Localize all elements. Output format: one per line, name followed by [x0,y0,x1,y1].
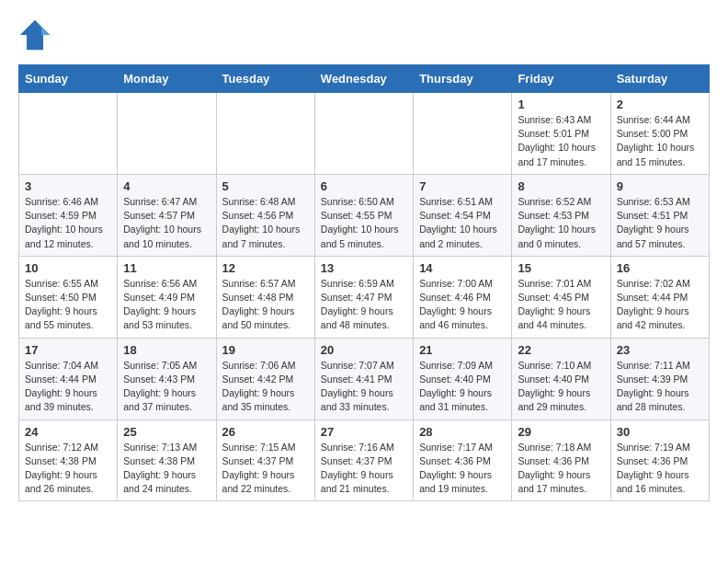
weekday-header-sunday: Sunday [19,65,118,93]
calendar-cell: 15Sunrise: 7:01 AM Sunset: 4:45 PM Dayli… [512,256,610,338]
calendar-cell: 30Sunrise: 7:19 AM Sunset: 4:36 PM Dayli… [610,419,709,501]
weekday-header-saturday: Saturday [610,65,709,93]
calendar-cell [19,93,118,175]
day-number: 25 [123,425,210,439]
calendar-week-5: 24Sunrise: 7:12 AM Sunset: 4:38 PM Dayli… [19,419,710,501]
day-info: Sunrise: 6:59 AM Sunset: 4:47 PM Dayligh… [321,278,394,331]
day-number: 30 [617,425,703,439]
day-info: Sunrise: 6:57 AM Sunset: 4:48 PM Dayligh… [222,278,296,331]
day-number: 1 [518,98,604,111]
day-number: 4 [123,179,210,193]
day-info: Sunrise: 6:53 AM Sunset: 4:51 PM Dayligh… [617,196,690,249]
calendar-cell: 12Sunrise: 6:57 AM Sunset: 4:48 PM Dayli… [216,256,314,338]
calendar-cell: 4Sunrise: 6:47 AM Sunset: 4:57 PM Daylig… [118,174,216,256]
day-number: 8 [518,179,604,193]
calendar-cell: 28Sunrise: 7:17 AM Sunset: 4:36 PM Dayli… [414,419,512,501]
calendar-cell: 14Sunrise: 7:00 AM Sunset: 4:46 PM Dayli… [414,256,512,338]
day-number: 23 [617,343,703,357]
day-info: Sunrise: 6:47 AM Sunset: 4:57 PM Dayligh… [123,196,201,249]
calendar-cell [216,93,314,175]
day-number: 28 [419,425,506,439]
weekday-header-row: SundayMondayTuesdayWednesdayThursdayFrid… [19,65,710,93]
calendar-cell: 7Sunrise: 6:51 AM Sunset: 4:54 PM Daylig… [414,174,512,256]
calendar-cell: 11Sunrise: 6:56 AM Sunset: 4:49 PM Dayli… [118,256,216,338]
calendar-week-1: 1Sunrise: 6:43 AM Sunset: 5:01 PM Daylig… [19,93,710,175]
day-info: Sunrise: 7:09 AM Sunset: 4:40 PM Dayligh… [419,360,493,413]
calendar-cell: 5Sunrise: 6:48 AM Sunset: 4:56 PM Daylig… [216,174,314,256]
weekday-header-monday: Monday [118,65,216,93]
weekday-header-friday: Friday [512,65,610,93]
day-number: 27 [321,425,407,439]
day-info: Sunrise: 7:16 AM Sunset: 4:37 PM Dayligh… [321,442,394,495]
calendar-cell: 22Sunrise: 7:10 AM Sunset: 4:40 PM Dayli… [512,338,610,419]
day-info: Sunrise: 6:43 AM Sunset: 5:01 PM Dayligh… [518,114,596,167]
day-info: Sunrise: 7:13 AM Sunset: 4:38 PM Dayligh… [123,442,197,495]
day-number: 19 [222,343,309,357]
day-number: 2 [617,98,703,111]
day-number: 17 [25,343,111,357]
day-info: Sunrise: 6:51 AM Sunset: 4:54 PM Dayligh… [419,196,497,249]
day-info: Sunrise: 7:07 AM Sunset: 4:41 PM Dayligh… [321,360,394,413]
calendar-cell: 29Sunrise: 7:18 AM Sunset: 4:36 PM Dayli… [512,419,610,501]
day-info: Sunrise: 6:46 AM Sunset: 4:59 PM Dayligh… [25,196,103,249]
day-number: 14 [419,261,506,275]
calendar-cell: 1Sunrise: 6:43 AM Sunset: 5:01 PM Daylig… [512,93,610,175]
calendar-cell: 21Sunrise: 7:09 AM Sunset: 4:40 PM Dayli… [414,338,512,419]
day-info: Sunrise: 6:55 AM Sunset: 4:50 PM Dayligh… [25,278,98,331]
day-number: 16 [617,261,703,275]
day-info: Sunrise: 6:52 AM Sunset: 4:53 PM Dayligh… [518,196,596,249]
calendar-cell: 18Sunrise: 7:05 AM Sunset: 4:43 PM Dayli… [118,338,216,419]
day-info: Sunrise: 7:17 AM Sunset: 4:36 PM Dayligh… [419,442,493,495]
day-number: 21 [419,343,506,357]
calendar-body: 1Sunrise: 6:43 AM Sunset: 5:01 PM Daylig… [19,93,710,501]
day-info: Sunrise: 7:18 AM Sunset: 4:36 PM Dayligh… [518,442,591,495]
day-number: 10 [25,261,111,275]
calendar-cell: 3Sunrise: 6:46 AM Sunset: 4:59 PM Daylig… [19,174,118,256]
calendar-cell: 24Sunrise: 7:12 AM Sunset: 4:38 PM Dayli… [19,419,118,501]
logo [18,18,57,52]
weekday-header-tuesday: Tuesday [216,65,314,93]
calendar-cell: 16Sunrise: 7:02 AM Sunset: 4:44 PM Dayli… [610,256,709,338]
calendar-table: SundayMondayTuesdayWednesdayThursdayFrid… [18,64,710,501]
day-number: 7 [419,179,506,193]
day-info: Sunrise: 7:00 AM Sunset: 4:46 PM Dayligh… [419,278,493,331]
day-info: Sunrise: 6:56 AM Sunset: 4:49 PM Dayligh… [123,278,197,331]
day-number: 22 [518,343,604,357]
logo-icon [18,18,51,52]
day-number: 11 [123,261,210,275]
weekday-header-thursday: Thursday [414,65,512,93]
day-info: Sunrise: 7:05 AM Sunset: 4:43 PM Dayligh… [123,360,197,413]
calendar-week-4: 17Sunrise: 7:04 AM Sunset: 4:44 PM Dayli… [19,338,710,419]
calendar-cell: 9Sunrise: 6:53 AM Sunset: 4:51 PM Daylig… [610,174,709,256]
header [18,18,710,52]
day-number: 24 [25,425,111,439]
day-number: 9 [617,179,703,193]
day-number: 12 [222,261,309,275]
day-info: Sunrise: 7:02 AM Sunset: 4:44 PM Dayligh… [617,278,690,331]
calendar-cell: 17Sunrise: 7:04 AM Sunset: 4:44 PM Dayli… [19,338,118,419]
calendar-week-2: 3Sunrise: 6:46 AM Sunset: 4:59 PM Daylig… [19,174,710,256]
day-info: Sunrise: 7:19 AM Sunset: 4:36 PM Dayligh… [617,442,690,495]
day-info: Sunrise: 7:01 AM Sunset: 4:45 PM Dayligh… [518,278,591,331]
day-number: 15 [518,261,604,275]
calendar-cell: 27Sunrise: 7:16 AM Sunset: 4:37 PM Dayli… [314,419,413,501]
calendar-cell: 25Sunrise: 7:13 AM Sunset: 4:38 PM Dayli… [118,419,216,501]
calendar-cell: 23Sunrise: 7:11 AM Sunset: 4:39 PM Dayli… [610,338,709,419]
page: SundayMondayTuesdayWednesdayThursdayFrid… [0,0,728,511]
calendar-cell [414,93,512,175]
day-number: 5 [222,179,309,193]
weekday-header-wednesday: Wednesday [314,65,413,93]
day-info: Sunrise: 6:50 AM Sunset: 4:55 PM Dayligh… [321,196,399,249]
day-number: 26 [222,425,309,439]
calendar-cell: 13Sunrise: 6:59 AM Sunset: 4:47 PM Dayli… [314,256,413,338]
day-info: Sunrise: 7:11 AM Sunset: 4:39 PM Dayligh… [617,360,690,413]
day-info: Sunrise: 6:44 AM Sunset: 5:00 PM Dayligh… [617,114,695,167]
calendar-cell: 19Sunrise: 7:06 AM Sunset: 4:42 PM Dayli… [216,338,314,419]
calendar-week-3: 10Sunrise: 6:55 AM Sunset: 4:50 PM Dayli… [19,256,710,338]
day-info: Sunrise: 6:48 AM Sunset: 4:56 PM Dayligh… [222,196,301,249]
calendar-cell: 10Sunrise: 6:55 AM Sunset: 4:50 PM Dayli… [19,256,118,338]
day-number: 3 [25,179,111,193]
calendar-cell [118,93,216,175]
calendar-cell: 2Sunrise: 6:44 AM Sunset: 5:00 PM Daylig… [610,93,709,175]
day-info: Sunrise: 7:04 AM Sunset: 4:44 PM Dayligh… [25,360,98,413]
